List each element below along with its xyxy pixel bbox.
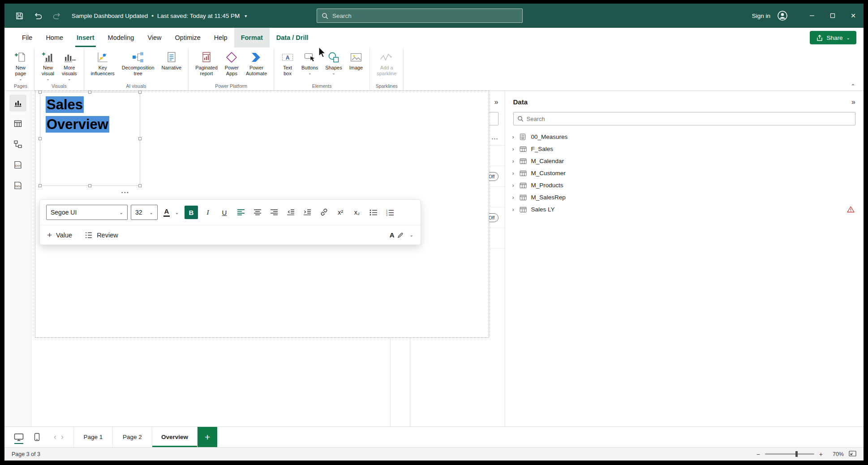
previous-page-button[interactable]: ‹ xyxy=(54,432,56,442)
font-color-button[interactable]: A ⌄ xyxy=(161,206,181,219)
ribbon-button-image[interactable]: Image xyxy=(346,49,366,72)
global-search[interactable] xyxy=(317,9,523,23)
data-item-sales-ly[interactable]: › Sales LY xyxy=(505,203,864,215)
desktop-layout-button[interactable] xyxy=(11,429,27,445)
zoom-slider[interactable] xyxy=(765,453,814,455)
review-button[interactable]: Review xyxy=(85,232,118,239)
zoom-out-button[interactable]: − xyxy=(756,451,760,458)
insert-value-button[interactable]: + Value xyxy=(47,231,72,239)
menu-tab-insert[interactable]: Insert xyxy=(70,28,101,47)
selected-textbox[interactable]: Sales Overview xyxy=(40,92,140,186)
ribbon-button-key-influencers[interactable]: Key influencers xyxy=(88,49,118,78)
ribbon-button-decomposition-tree[interactable]: Decomposition tree xyxy=(119,49,158,78)
align-center-button[interactable] xyxy=(251,206,264,219)
decrease-indent-button[interactable] xyxy=(284,206,297,219)
table-view-button[interactable] xyxy=(9,115,26,132)
add-page-button[interactable]: + xyxy=(198,427,217,447)
redo-button[interactable] xyxy=(49,8,64,23)
next-page-button[interactable]: › xyxy=(61,432,64,442)
menu-tab-optimize[interactable]: Optimize xyxy=(168,28,207,47)
resize-handle-se[interactable] xyxy=(138,184,142,187)
data-item-00-measures[interactable]: › 00_Measures xyxy=(505,131,864,143)
menu-tab-view[interactable]: View xyxy=(141,28,168,47)
tmdl-view-button[interactable]: TMDL xyxy=(9,177,26,194)
collapse-format-panel-button[interactable]: » xyxy=(494,99,498,106)
bold-button[interactable]: B xyxy=(185,206,198,219)
ribbon-button-paginated-report[interactable]: Paginated report xyxy=(192,49,221,78)
data-item-m-calendar[interactable]: › M_Calendar xyxy=(505,155,864,167)
font-size-select[interactable]: 32 ⌄ xyxy=(131,205,158,220)
data-search-input[interactable] xyxy=(527,116,852,122)
ribbon-button-power-automate[interactable]: Power Automate xyxy=(243,49,270,78)
save-button[interactable] xyxy=(12,8,27,23)
italic-button[interactable]: I xyxy=(201,206,215,219)
resize-handle-s[interactable] xyxy=(88,184,91,187)
menu-tab-home[interactable]: Home xyxy=(39,28,70,47)
ribbon-button-more-visuals[interactable]: More visuals ⌄ xyxy=(59,49,80,82)
ribbon-button-shapes[interactable]: Shapes ⌄ xyxy=(322,49,345,76)
fit-to-page-button[interactable] xyxy=(849,450,856,458)
zoom-level[interactable]: 70% xyxy=(828,451,844,457)
insert-link-button[interactable] xyxy=(317,206,331,219)
resize-handle-nw[interactable] xyxy=(39,90,42,94)
sign-in-button[interactable]: Sign in xyxy=(752,13,770,19)
maximize-button[interactable] xyxy=(822,4,843,28)
superscript-button[interactable]: x² xyxy=(334,206,347,219)
resize-handle-w[interactable] xyxy=(39,137,42,140)
ribbon-button-text-box[interactable]: A Text box xyxy=(278,49,297,78)
report-canvas[interactable]: Sales Overview ••• Segoe UI xyxy=(31,91,391,426)
ribbon-button-power-apps[interactable]: Power Apps xyxy=(222,49,242,78)
more-options-button[interactable]: … xyxy=(491,133,498,145)
menu-tab-modeling[interactable]: Modeling xyxy=(101,28,141,47)
account-avatar-icon[interactable] xyxy=(777,10,788,22)
minimize-button[interactable] xyxy=(802,4,822,28)
menu-tab-format[interactable]: Format xyxy=(234,28,270,47)
resize-handle-ne[interactable] xyxy=(138,90,142,94)
data-item-m-products[interactable]: › M_Products xyxy=(505,179,864,191)
increase-indent-button[interactable] xyxy=(301,206,314,219)
bullet-list-button[interactable] xyxy=(367,206,380,219)
table-icon xyxy=(520,170,530,177)
model-view-button[interactable] xyxy=(9,136,26,153)
close-button[interactable]: ✕ xyxy=(843,4,864,28)
resize-handle-sw[interactable] xyxy=(39,184,42,187)
page-tab-overview[interactable]: Overview xyxy=(152,427,198,447)
data-item-f-sales[interactable]: › F_Sales xyxy=(505,143,864,155)
chevron-right-icon: › xyxy=(512,182,520,189)
ribbon-button-buttons[interactable]: Buttons ⌄ xyxy=(298,49,321,76)
menu-tab-help[interactable]: Help xyxy=(207,28,234,47)
data-item-m-salesrep[interactable]: › M_SalesRep xyxy=(505,191,864,203)
menu-tab-data-drill[interactable]: Data / Drill xyxy=(270,28,315,47)
subscript-button[interactable]: x₂ xyxy=(350,206,364,219)
data-item-label: Sales LY xyxy=(531,206,555,213)
font-family-select[interactable]: Segoe UI ⌄ xyxy=(46,205,128,220)
visual-more-options[interactable]: ••• xyxy=(121,190,129,195)
zoom-in-button[interactable]: + xyxy=(819,451,823,458)
data-item-m-customer[interactable]: › M_Customer xyxy=(505,167,864,179)
align-left-button[interactable] xyxy=(234,206,248,219)
share-button[interactable]: Share ⌄ xyxy=(810,31,856,44)
numbered-list-button[interactable]: 123 xyxy=(383,206,397,219)
menu-tab-file[interactable]: File xyxy=(15,28,39,47)
document-title[interactable]: Sample Dashboard Updated • Last saved: T… xyxy=(72,13,247,19)
proofing-button[interactable]: A ⌄ xyxy=(390,231,413,239)
global-search-input[interactable] xyxy=(332,13,518,19)
underline-button[interactable]: U xyxy=(218,206,231,219)
ribbon-button-new-page[interactable]: New page ⌄ xyxy=(11,49,30,82)
dax-query-view-button[interactable]: DAX xyxy=(9,156,26,173)
resize-handle-n[interactable] xyxy=(88,90,91,94)
zoom-slider-handle[interactable] xyxy=(795,451,798,457)
collapse-ribbon-button[interactable]: ⌃ xyxy=(851,83,855,90)
resize-handle-e[interactable] xyxy=(138,137,142,140)
ribbon-button-new-visual[interactable]: New visual ⌄ xyxy=(38,49,58,82)
ribbon-button-narrative[interactable]: Narrative xyxy=(159,49,185,72)
data-search[interactable] xyxy=(513,112,856,125)
page-tab-page-2[interactable]: Page 2 xyxy=(113,427,152,447)
report-view-button[interactable] xyxy=(9,95,26,112)
undo-button[interactable] xyxy=(30,8,46,23)
collapse-data-panel-button[interactable]: » xyxy=(851,99,855,106)
mobile-layout-button[interactable] xyxy=(29,429,45,445)
page-tab-page-1[interactable]: Page 1 xyxy=(73,427,113,447)
align-right-button[interactable] xyxy=(267,206,281,219)
ribbon-button-add-sparkline[interactable]: Add a sparkline xyxy=(374,49,400,78)
